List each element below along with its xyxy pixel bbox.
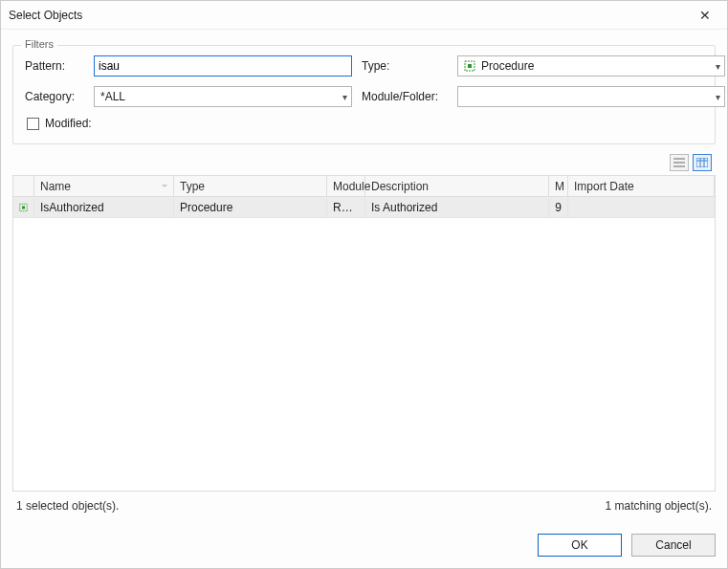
cell-description: Is Authorized — [365, 198, 549, 217]
results-table: Name Type Module Description M Import Da… — [12, 175, 716, 492]
col-m[interactable]: M — [549, 176, 568, 196]
chevron-down-icon: ▾ — [716, 92, 720, 102]
type-label: Type: — [362, 59, 448, 73]
col-type[interactable]: Type — [174, 176, 327, 196]
col-name[interactable]: Name — [34, 176, 174, 196]
content-area: Filters Pattern: Type: Procedure ▾ Categ… — [1, 30, 727, 528]
view-toggle-bar — [12, 154, 712, 171]
type-value: Procedure — [481, 59, 712, 73]
pattern-label: Pattern: — [25, 59, 84, 73]
svg-rect-1 — [468, 64, 472, 68]
footer-buttons: OK Cancel — [1, 528, 727, 568]
col-description[interactable]: Description — [365, 176, 549, 196]
category-label: Category: — [25, 90, 84, 103]
filters-group: Filters Pattern: Type: Procedure ▾ Categ… — [12, 45, 716, 144]
grid-view-button[interactable] — [693, 154, 712, 171]
status-bar: 1 selected object(s). 1 matching object(… — [12, 492, 716, 522]
dialog-window: Select Objects ✕ Filters Pattern: Type: … — [0, 0, 728, 569]
cell-type: Procedure — [174, 198, 327, 217]
modified-checkbox[interactable] — [27, 118, 39, 130]
cell-name: IsAuthorized — [34, 198, 174, 217]
type-select[interactable]: Procedure ▾ — [457, 55, 725, 77]
col-import-date[interactable]: Import Date — [568, 176, 715, 196]
cell-module: Root... — [327, 198, 365, 217]
table-header: Name Type Module Description M Import Da… — [13, 176, 715, 197]
dialog-title: Select Objects — [9, 9, 691, 22]
procedure-icon — [464, 60, 475, 72]
chevron-down-icon: ▾ — [342, 92, 347, 102]
cell-import-date — [568, 205, 715, 210]
svg-rect-5 — [696, 158, 708, 167]
col-icon[interactable] — [13, 176, 34, 196]
modulefolder-label: Module/Folder: — [362, 90, 448, 103]
table-empty-area — [13, 218, 715, 491]
cancel-button[interactable]: Cancel — [631, 534, 716, 557]
status-selected: 1 selected object(s). — [16, 499, 119, 513]
status-matching: 1 matching object(s). — [606, 499, 712, 513]
modulefolder-select[interactable]: ▾ — [457, 86, 725, 107]
cell-m: 9 — [549, 198, 568, 217]
ok-button[interactable]: OK — [538, 534, 622, 557]
row-icon — [13, 199, 34, 216]
titlebar: Select Objects ✕ — [1, 1, 727, 30]
table-row[interactable]: IsAuthorized Procedure Root... Is Author… — [13, 197, 715, 218]
category-select[interactable]: *ALL ▾ — [94, 86, 352, 107]
modified-label: Modified: — [45, 117, 92, 130]
svg-rect-10 — [22, 206, 25, 208]
filters-legend: Filters — [21, 38, 57, 50]
chevron-down-icon: ▾ — [716, 61, 720, 72]
category-value: *ALL — [100, 90, 339, 103]
pattern-input[interactable] — [94, 55, 352, 77]
col-module[interactable]: Module — [327, 176, 365, 196]
close-icon[interactable]: ✕ — [691, 8, 719, 23]
list-view-button[interactable] — [670, 154, 689, 171]
modified-row: Modified: — [27, 117, 703, 130]
